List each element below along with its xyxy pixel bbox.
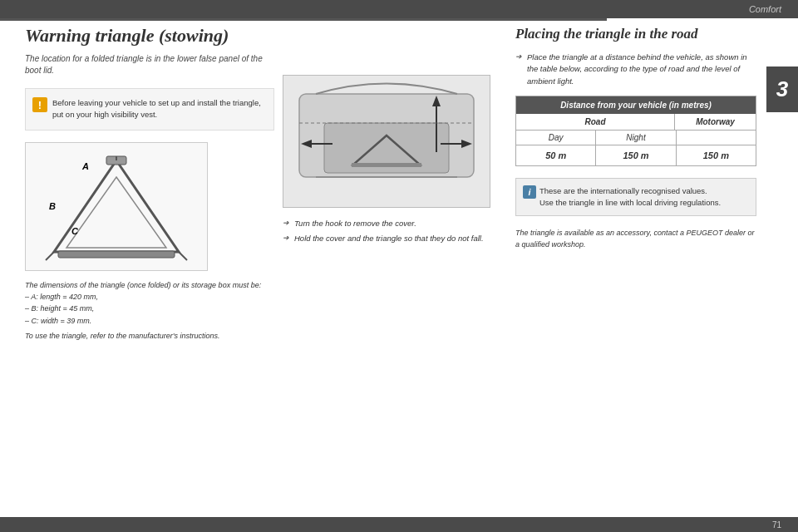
instruction-2: Hold the cover and the triangle so that … bbox=[283, 233, 499, 244]
table-col-headers: Day Night bbox=[516, 131, 756, 145]
table-header: Distance from your vehicle (in metres) bbox=[516, 96, 756, 114]
car-trunk-illustration bbox=[291, 77, 482, 206]
svg-rect-10 bbox=[352, 163, 421, 167]
car-photo-box bbox=[283, 75, 490, 208]
col-night-header: Night bbox=[596, 131, 676, 145]
distance-table: Distance from your vehicle (in metres) R… bbox=[515, 96, 756, 166]
chapter-number: 3 bbox=[776, 76, 788, 102]
table-sub-header: Road Motorway bbox=[516, 114, 756, 131]
svg-line-4 bbox=[46, 252, 54, 260]
info-box: i These are the internationally recognis… bbox=[515, 178, 756, 217]
info-text: These are the internationally recognised… bbox=[539, 185, 747, 209]
val-day: 50 m bbox=[516, 145, 596, 165]
dimensions-text: The dimensions of the triangle (once fol… bbox=[25, 279, 274, 342]
bottom-strip: 71 bbox=[0, 517, 798, 532]
motorway-col-header: Motorway bbox=[675, 114, 756, 130]
label-c: C bbox=[71, 226, 78, 236]
svg-line-5 bbox=[179, 252, 187, 260]
left-column: Warning triangle (stowing) The location … bbox=[25, 25, 274, 342]
instructions: Turn the hook to remove the cover. Hold … bbox=[283, 218, 499, 245]
label-a: A bbox=[82, 161, 89, 171]
svg-rect-2 bbox=[58, 251, 175, 258]
page-number: 71 bbox=[772, 520, 781, 530]
right-column: Placing the triangle in the road Place t… bbox=[515, 25, 756, 250]
warning-icon: ! bbox=[32, 97, 47, 112]
info-icon: i bbox=[523, 185, 536, 199]
header-line bbox=[0, 18, 607, 21]
col-day-header: Day bbox=[516, 131, 596, 145]
instruction-1: Turn the hook to remove the cover. bbox=[283, 218, 499, 229]
warning-box: ! Before leaving your vehicle to set up … bbox=[25, 88, 274, 131]
label-b: B bbox=[49, 201, 56, 211]
top-bar: Comfort bbox=[0, 0, 798, 18]
val-night: 150 m bbox=[596, 145, 676, 165]
triangle-image-box: A B C bbox=[25, 142, 208, 271]
middle-column: Turn the hook to remove the cover. Hold … bbox=[283, 75, 499, 249]
road-col-header: Road bbox=[516, 114, 675, 130]
warning-text: Before leaving your vehicle to set up an… bbox=[52, 97, 264, 121]
triangle-illustration bbox=[42, 148, 191, 264]
page-title: Warning triangle (stowing) bbox=[25, 25, 274, 47]
val-motorway: 150 m bbox=[677, 145, 756, 165]
table-values: 50 m 150 m 150 m bbox=[516, 145, 756, 165]
motorway-spacer bbox=[677, 131, 756, 145]
top-bar-title: Comfort bbox=[749, 4, 781, 14]
bottom-note: The triangle is available as an accessor… bbox=[515, 228, 756, 250]
section-title: Placing the triangle in the road bbox=[515, 25, 756, 43]
chapter-tab: 3 bbox=[766, 66, 798, 112]
page-subtitle: The location for a folded triangle is in… bbox=[25, 53, 274, 76]
place-description: Place the triangle at a distance behind … bbox=[515, 52, 756, 87]
